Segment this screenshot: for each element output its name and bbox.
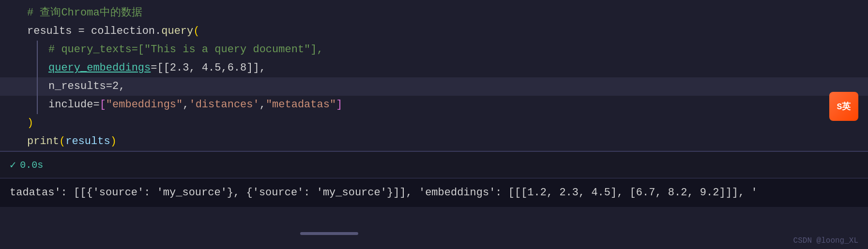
badge-text: S英	[837, 101, 851, 112]
csdn-text: CSDN @loong_XL	[793, 236, 858, 245]
code-area: # 查询Chroma中的数据 results = collection.quer…	[0, 0, 868, 151]
checkmark-icon: ✓	[10, 159, 16, 172]
bracket-open: [	[100, 96, 106, 114]
output-text: tadatas': [[{'source': 'my_source'}, {'s…	[10, 187, 758, 199]
query-embeddings-var: query_embeddings	[48, 59, 151, 77]
results-prefix: results = collection.	[27, 22, 161, 41]
csdn-watermark: CSDN @loong_XL	[793, 236, 858, 245]
code-line-include: include = ["embeddings",'distances',"met…	[0, 96, 868, 114]
code-line-embeddings: query_embeddings = [[2.3, 4.5,6.8]],	[0, 59, 868, 77]
print-func: print	[27, 132, 59, 151]
indent-bar-2	[37, 59, 38, 77]
nresults-text: n_results=2,	[48, 77, 125, 96]
scrollbar-thumb[interactable]	[300, 232, 358, 235]
include-var: include	[48, 96, 93, 114]
str-embeddings: "embeddings"	[106, 96, 183, 114]
code-line-close: )	[0, 114, 868, 132]
results-var: results	[65, 132, 110, 151]
query-comment: # query_texts=["This is a query document…	[48, 41, 323, 59]
embeddings-val: [[2.3, 4.5,6.8]],	[157, 59, 265, 77]
include-op: =	[93, 96, 99, 114]
code-block: # 查询Chroma中的数据 results = collection.quer…	[0, 0, 868, 151]
output-section: ✓ 0.0s	[0, 151, 868, 178]
print-paren-open: (	[59, 132, 65, 151]
eq-op: =	[151, 59, 157, 77]
open-paren: (	[193, 22, 199, 41]
str-metadatas: "metadatas"	[266, 96, 336, 114]
indent-bar-4	[37, 96, 38, 114]
watermark-badge: S英	[829, 92, 858, 121]
indent-bar	[37, 41, 38, 59]
execution-time: ✓ 0.0s	[0, 156, 868, 174]
str-distances: 'distances'	[189, 96, 259, 114]
comment-text: # 查询Chroma中的数据	[27, 4, 142, 22]
query-func: query	[161, 22, 193, 41]
code-line-print: print(results)	[0, 132, 868, 151]
indent-bar-3	[37, 77, 38, 96]
scrollbar-track[interactable]	[0, 232, 868, 235]
output-result: tadatas': [[{'source': 'my_source'}, {'s…	[0, 178, 868, 207]
code-line-comment: # 查询Chroma中的数据	[0, 4, 868, 22]
bracket-close: ]	[336, 96, 342, 114]
code-line-nresults: n_results=2,	[0, 77, 868, 96]
print-paren-close: )	[110, 132, 117, 151]
code-line-query-comment: # query_texts=["This is a query document…	[0, 41, 868, 59]
close-paren: )	[27, 114, 33, 132]
time-value: 0.0s	[20, 160, 43, 171]
code-line-results: results = collection.query(	[0, 22, 868, 41]
